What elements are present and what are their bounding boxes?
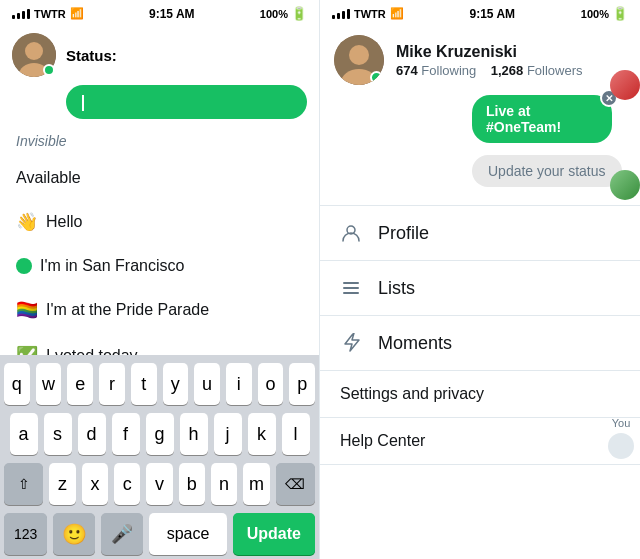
status-menu: Available 👋 Hello I'm in San Francisco 🏳… [0,157,319,355]
key-t[interactable]: t [131,363,157,405]
peek-avatars [610,70,640,200]
update-key[interactable]: Update [233,513,315,555]
svg-rect-7 [343,282,359,284]
nav-item-help[interactable]: Help Center [320,418,640,464]
peek-avatar-1 [610,70,640,100]
key-l[interactable]: l [282,413,310,455]
key-d[interactable]: d [78,413,106,455]
settings-label: Settings and privacy [340,385,484,403]
svg-rect-9 [343,292,359,294]
key-c[interactable]: c [114,463,140,505]
key-n[interactable]: n [211,463,237,505]
key-k[interactable]: k [248,413,276,455]
nav-item-settings[interactable]: Settings and privacy [320,371,640,417]
mic-key[interactable]: 🎤 [101,513,143,555]
key-z[interactable]: z [49,463,75,505]
avatar-container [12,33,56,77]
key-a[interactable]: a [10,413,38,455]
menu-item-sf[interactable]: I'm in San Francisco [0,245,319,287]
profile-nav-label: Profile [378,223,429,244]
profile-header: Mike Kruzeniski 674 Following 1,268 Foll… [320,25,640,93]
keyboard-row-2: a s d f g h j k l [4,413,315,455]
delete-key[interactable]: ⌫ [276,463,315,505]
nav-item-moments[interactable]: Moments [320,316,640,370]
available-label: Available [16,169,81,187]
menu-item-voted[interactable]: ✅ I voted today [0,333,319,355]
status-label: Status: [66,47,117,64]
lists-nav-label: Lists [378,278,415,299]
profile-avatar [334,35,384,85]
profile-online-indicator [370,71,383,84]
svg-rect-8 [343,287,359,289]
right-carrier-name: TWTR [354,8,386,20]
signal-icon [12,9,30,19]
nav-item-profile[interactable]: Profile [320,206,640,260]
right-carrier-info: TWTR 📶 [332,7,404,20]
update-status-text: Update your status [488,163,606,179]
pride-label: I'm at the Pride Parade [46,301,209,319]
left-time: 9:15 AM [149,7,195,21]
svg-point-1 [25,42,43,60]
invisible-label: Invisible [0,125,319,157]
key-j[interactable]: j [214,413,242,455]
right-signal-icon [332,9,350,19]
you-area: You [608,417,634,459]
voted-emoji: ✅ [16,345,38,355]
update-status-area: Update your status [396,151,640,197]
live-badge-wrapper: Live at #OneTeam! ✕ [396,93,626,147]
status-input-area[interactable] [0,85,319,125]
profile-icon [340,222,362,244]
keyboard-bottom-row: 123 🙂 🎤 space Update [4,513,315,555]
key-h[interactable]: h [180,413,208,455]
key-p[interactable]: p [289,363,315,405]
key-r[interactable]: r [99,363,125,405]
key-u[interactable]: u [194,363,220,405]
right-status-bar: TWTR 📶 9:15 AM 100% 🔋 [320,0,640,25]
voted-label: I voted today [46,347,138,355]
key-x[interactable]: x [82,463,108,505]
key-v[interactable]: v [146,463,172,505]
emoji-key[interactable]: 🙂 [53,513,95,555]
num-key[interactable]: 123 [4,513,47,555]
right-panel: TWTR 📶 9:15 AM 100% 🔋 Mike Kruzeniski 67… [320,0,640,559]
keyboard-row-1: q w e r t y u i o p [4,363,315,405]
space-key[interactable]: space [149,513,226,555]
right-time: 9:15 AM [470,7,516,21]
key-i[interactable]: i [226,363,252,405]
right-battery-area: 100% 🔋 [581,6,628,21]
key-m[interactable]: m [243,463,269,505]
shift-key[interactable]: ⇧ [4,463,43,505]
left-status-bar: TWTR 📶 9:15 AM 100% 🔋 [0,0,319,25]
following-label: Following [421,63,476,78]
followers-label: Followers [527,63,583,78]
menu-item-available[interactable]: Available [0,157,319,199]
battery-icon: 🔋 [291,6,307,21]
lists-icon [340,277,362,299]
right-battery-icon: 🔋 [612,6,628,21]
you-circle [608,433,634,459]
help-label: Help Center [340,432,425,450]
key-w[interactable]: w [36,363,62,405]
left-carrier-info: TWTR 📶 [12,7,84,20]
key-y[interactable]: y [163,363,189,405]
nav-item-lists[interactable]: Lists [320,261,640,315]
online-indicator [43,64,55,76]
live-badge-text: Live at #OneTeam! [486,103,561,135]
divider-help [320,464,640,465]
key-g[interactable]: g [146,413,174,455]
key-b[interactable]: b [179,463,205,505]
key-o[interactable]: o [258,363,284,405]
key-f[interactable]: f [112,413,140,455]
menu-item-hello[interactable]: 👋 Hello [0,199,319,245]
menu-item-pride[interactable]: 🏳️‍🌈 I'm at the Pride Parade [0,287,319,333]
status-input-field[interactable] [66,85,307,119]
you-label: You [608,417,634,429]
key-q[interactable]: q [4,363,30,405]
live-badge: Live at #OneTeam! ✕ [472,95,612,143]
key-s[interactable]: s [44,413,72,455]
update-status-button[interactable]: Update your status [472,155,622,187]
left-panel: TWTR 📶 9:15 AM 100% 🔋 Status: [0,0,320,559]
hello-label: Hello [46,213,82,231]
sf-dot-icon [16,258,32,274]
key-e[interactable]: e [67,363,93,405]
